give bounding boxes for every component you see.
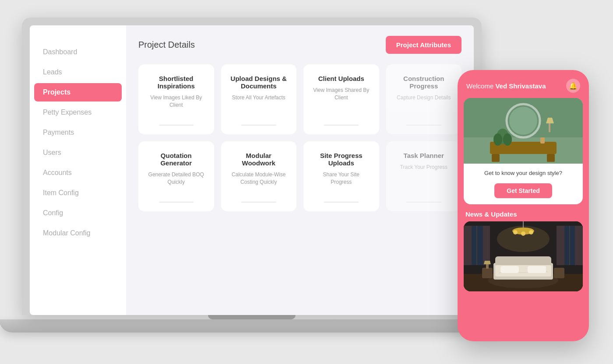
phone-welcome-text: Welcome Ved Shrivastava [466, 82, 546, 90]
card-task-planner[interactable]: Task Planner Track Your Progress [386, 141, 462, 211]
svg-rect-38 [554, 268, 564, 278]
card-subtitle-5: Generate Detailed BOQ Quickly [147, 171, 205, 186]
phone: Welcome Ved Shrivastava 🔔 [458, 70, 589, 341]
card-title-3: Client Uploads [312, 75, 370, 82]
laptop: Dashboard Leads Projects Petty Expenses … [22, 18, 482, 341]
cards-grid: Shortlisted Inspirations View Images Lik… [138, 64, 462, 211]
laptop-notch [208, 315, 296, 319]
svg-rect-33 [495, 256, 551, 266]
phone-card-description: Get to know your design style? [471, 170, 576, 176]
card-title-5: Quotation Generator [147, 152, 205, 167]
svg-rect-6 [547, 154, 555, 162]
card-divider-3 [324, 125, 359, 126]
phone-news-image[interactable] [464, 221, 583, 291]
card-shortlisted-inspirations[interactable]: Shortlisted Inspirations View Images Lik… [138, 64, 214, 134]
sidebar-item-leads[interactable]: Leads [30, 63, 126, 81]
card-construction-progress[interactable]: Construction Progress Capture Design Det… [386, 64, 462, 134]
svg-rect-35 [500, 266, 519, 273]
main-content: Project Details Project Attributes Short… [126, 25, 474, 315]
card-title-4: Construction Progress [395, 75, 453, 90]
bedroom-scene [464, 221, 583, 291]
svg-rect-11 [540, 137, 545, 144]
card-divider-7 [324, 202, 359, 203]
card-divider-2 [241, 125, 276, 126]
card-title-6: Modular Woodwork [230, 152, 288, 167]
project-attributes-button[interactable]: Project Attributes [386, 36, 462, 54]
card-subtitle-2: Store All Your Artefacts [230, 94, 288, 102]
main-header: Project Details Project Attributes [138, 36, 462, 54]
card-divider-4 [406, 125, 441, 126]
laptop-screen: Dashboard Leads Projects Petty Expenses … [30, 25, 474, 315]
svg-rect-12 [549, 123, 550, 132]
svg-point-29 [497, 226, 550, 252]
sidebar: Dashboard Leads Projects Petty Expenses … [30, 25, 126, 315]
bell-icon[interactable]: 🔔 [566, 79, 580, 93]
sidebar-item-projects[interactable]: Projects [34, 83, 122, 102]
card-title-1: Shortlisted Inspirations [147, 75, 205, 90]
sidebar-item-dashboard[interactable]: Dashboard [30, 43, 126, 61]
card-subtitle-4: Capture Design Details [395, 94, 453, 102]
card-subtitle-3: View Images Shared By Client [312, 87, 370, 102]
sidebar-item-payments[interactable]: Payments [30, 123, 126, 142]
page-title: Project Details [138, 40, 195, 50]
card-quotation-generator[interactable]: Quotation Generator Generate Detailed BO… [138, 141, 214, 211]
phone-header: Welcome Ved Shrivastava 🔔 [458, 70, 589, 98]
card-title-7: Site Progress Uploads [312, 152, 370, 167]
card-client-uploads[interactable]: Client Uploads View Images Shared By Cli… [303, 64, 379, 134]
phone-hero-image [464, 98, 583, 164]
get-started-button[interactable]: Get Started [494, 183, 552, 198]
sidebar-item-petty-expenses[interactable]: Petty Expenses [30, 103, 126, 122]
sidebar-item-modular-config[interactable]: Modular Config [30, 224, 126, 242]
svg-point-9 [493, 133, 502, 146]
svg-point-3 [509, 107, 537, 135]
card-title-2: Upload Designs & Documents [230, 75, 288, 90]
phone-news-title: News & Updates [458, 204, 589, 221]
svg-rect-42 [557, 226, 583, 265]
card-subtitle-1: View Images Liked By Client [147, 94, 205, 109]
svg-rect-41 [464, 226, 490, 265]
laptop-shell: Dashboard Leads Projects Petty Expenses … [22, 18, 482, 315]
card-title-8: Task Planner [395, 152, 453, 159]
sidebar-item-accounts[interactable]: Accounts [30, 164, 126, 182]
laptop-base [0, 319, 505, 332]
card-divider-8 [406, 202, 441, 203]
svg-rect-36 [528, 266, 546, 273]
card-divider-5 [159, 202, 194, 203]
sidebar-item-users[interactable]: Users [30, 144, 126, 162]
card-site-progress[interactable]: Site Progress Uploads Share Your Site Pr… [303, 141, 379, 211]
sidebar-item-config[interactable]: Config [30, 204, 126, 222]
card-divider-6 [241, 202, 276, 203]
card-subtitle-8: Track Your Progress [395, 164, 453, 171]
card-divider-1 [159, 125, 194, 126]
card-subtitle-6: Calculate Module-Wise Costing Quickly [230, 171, 288, 186]
card-subtitle-7: Share Your Site Progress [312, 171, 370, 186]
scene: Dashboard Leads Projects Petty Expenses … [0, 0, 613, 364]
svg-point-10 [503, 133, 512, 146]
card-upload-designs[interactable]: Upload Designs & Documents Store All You… [221, 64, 297, 134]
sidebar-item-item-config[interactable]: Item Config [30, 184, 126, 202]
phone-design-card[interactable]: Get to know your design style? Get Start… [464, 98, 583, 204]
svg-rect-5 [492, 154, 500, 162]
card-modular-woodwork[interactable]: Modular Woodwork Calculate Module-Wise C… [221, 141, 297, 211]
phone-card-text: Get to know your design style? [464, 164, 583, 180]
svg-rect-37 [482, 268, 493, 278]
